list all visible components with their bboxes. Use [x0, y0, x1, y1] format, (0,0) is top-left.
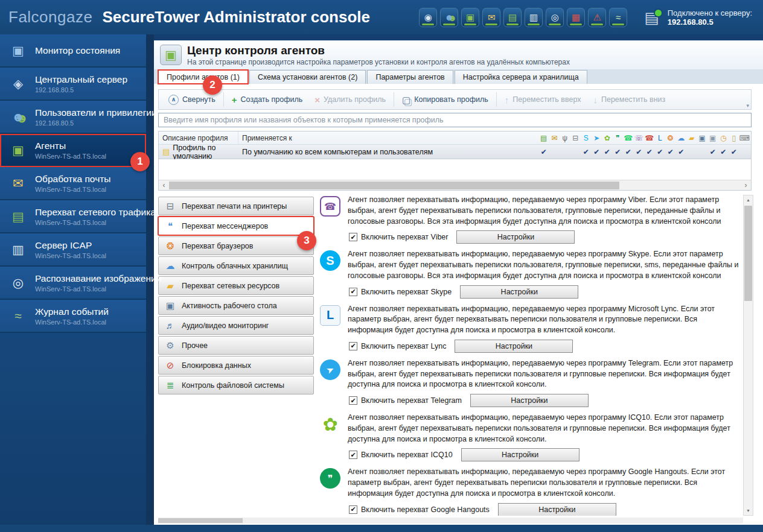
scroll-left-icon[interactable]: ‹ [159, 180, 169, 190]
profile-search-input[interactable] [158, 113, 752, 127]
network-traffic-icon[interactable]: ▤ [503, 8, 522, 27]
scroll-up-icon[interactable]: ▲ [744, 195, 753, 204]
category-data-blocking[interactable]: ⊘Блокировка данных [158, 356, 314, 375]
sidebar-item-image-recognition[interactable]: ◎Распознавание изображенийWinServ-TS-ad.… [0, 267, 146, 300]
tab-server-storage[interactable]: Настройка сервера и хранилища [455, 70, 587, 84]
sidebar-item-label: Пользователи и привилегии [35, 107, 141, 118]
category-file-system-control[interactable]: ≣Контроль файловой системы [158, 376, 314, 394]
messenger-settings-panel: ☎Агент позволяет перехватывать информаци… [314, 195, 743, 516]
sidebar-item-mail-processing[interactable]: ✉Обработка почтыWinServ-TS-ad.TS.local [0, 167, 146, 200]
scroll-right-icon[interactable]: › [741, 180, 751, 190]
toolbar-button-label: Свернуть [182, 95, 215, 104]
settings-horizontal-scroll-thumb[interactable] [158, 518, 243, 523]
enable-icq10-checkbox[interactable]: ✔ [349, 451, 357, 459]
category-audio-video-monitoring[interactable]: ♬Аудио/видео мониторинг [158, 316, 314, 335]
sidebar-item-status-monitor[interactable]: ▣Монитор состояния [0, 34, 146, 68]
toolbar-overflow-icon[interactable]: ▾ [746, 103, 749, 109]
events-journal-icon[interactable]: ≈ [609, 8, 627, 27]
category-cloud-storage-control[interactable]: ☁Контроль облачных хранилищ [158, 256, 314, 275]
reports-icon[interactable]: ▦ [567, 8, 585, 27]
central-server-icon[interactable]: ◉ [419, 8, 437, 27]
enable-skype-checkbox[interactable]: ✔ [349, 288, 357, 296]
data-blocking-icon: ⊘ [164, 361, 176, 370]
check-mark-calls-col-icon: ✔ [644, 148, 655, 156]
worktime-col-icon: ◷ [718, 135, 729, 142]
sidebar-item-events-journal[interactable]: ≈Журнал событийWinServ-TS-ad.TS.local [0, 300, 146, 333]
network-resources-interception-icon: ▰ [164, 281, 176, 290]
sidebar-nav: ▣Монитор состояния◈Центральный сервер192… [0, 34, 146, 525]
enable-telegram-checkbox[interactable]: ✔ [349, 396, 357, 405]
settings-vertical-scrollbar[interactable]: ▲ ▼ [743, 195, 753, 516]
enable-google-hangouts-checkbox[interactable]: ✔ [349, 505, 357, 514]
section-telegram: ➤Агент позволяет перехватывать информаци… [320, 358, 739, 407]
lync-settings-button[interactable]: Настройки [455, 340, 573, 353]
create-profile-button[interactable]: +Создать профиль [226, 92, 309, 107]
image-recognition-icon-glyph: ◎ [551, 12, 559, 23]
netshare-col-icon: ▰ [686, 135, 697, 142]
telegram-settings-button[interactable]: Настройки [470, 394, 589, 407]
mail-processing-icon[interactable]: ✉ [482, 8, 500, 27]
agents-icon: ▣ [9, 144, 27, 156]
enable-viber-checkbox[interactable]: ✔ [349, 233, 357, 241]
messenger-interception-icon: ❝ [164, 221, 176, 230]
sidebar-item-subtitle: WinServ-TS-ad.TS.local [35, 285, 141, 293]
copy-profile-icon: ▢ [402, 95, 410, 104]
delete-profile-button: ×Удалить профиль [308, 92, 392, 107]
sidebar-item-agents[interactable]: ▣АгентыWinServ-TS-ad.TS.local [0, 134, 146, 167]
cloud-storage-control-icon: ☁ [164, 261, 176, 270]
traffic-col-icon: ▤ [538, 135, 549, 142]
usb-col-icon: ψ [560, 135, 570, 142]
viber-settings-button[interactable]: Настройки [456, 230, 575, 244]
copy-profile-button[interactable]: ▢Копировать профиль [396, 92, 494, 107]
traffic-interception-icon: ▤ [9, 210, 27, 223]
category-label: Контроль файловой системы [182, 381, 284, 390]
tab-agent-params[interactable]: Параметры агентов [367, 70, 453, 84]
icq10-settings-button[interactable]: Настройки [461, 448, 579, 461]
sidebar-item-icap-server[interactable]: ▥Сервер ICAPWinServ-TS-ad.TS.local [0, 233, 146, 267]
agents-icon[interactable]: ▣ [461, 8, 479, 27]
column-profile-description[interactable]: Описание профиля [159, 131, 238, 144]
category-network-resources-interception[interactable]: ▰Перехват сетевых ресурсов [158, 276, 314, 295]
sidebar-item-label: Сервер ICAP [35, 240, 106, 251]
category-browser-interception[interactable]: ❂Перехват браузеров [158, 236, 314, 255]
category-printer-interception[interactable]: ⊟Перехват печати на принтеры [158, 197, 314, 215]
tab-install-scheme[interactable]: Схема установки агентов (2) [249, 70, 366, 84]
sidebar-item-label: Центральный сервер [35, 74, 127, 85]
enable-icq10-label: Включить перехват ICQ10 [361, 451, 453, 459]
category-messenger-interception[interactable]: ❝Перехват мессенджеров [158, 217, 314, 235]
users-privileges-icon[interactable]: ☻ [440, 8, 458, 27]
check-mark-hangouts-col-icon: ✔ [613, 148, 624, 156]
google-hangouts-settings-button[interactable]: Настройки [498, 503, 616, 516]
horizontal-scroll-thumb[interactable] [169, 182, 619, 189]
telegram-col-icon: ➤ [592, 135, 602, 142]
mail-col-icon: ✉ [549, 135, 560, 142]
check-mark-browsers-col-icon: ✔ [665, 148, 676, 156]
sidebar-item-users-privileges[interactable]: ☻Пользователи и привилегии192.168.80.5 [0, 101, 146, 134]
sidebar-item-subtitle: 192.168.80.5 [35, 86, 127, 93]
toolbar-button-label: Копировать профиль [414, 95, 488, 104]
agents-icon-glyph: ▣ [466, 12, 474, 23]
image-recognition-icon[interactable]: ◎ [546, 8, 564, 27]
sidebar-item-central-server[interactable]: ◈Центральный сервер192.168.80.5 [0, 68, 146, 101]
toolbar-button-label: Удалить профиль [324, 95, 386, 104]
check-mark-clipboard-col-icon: ✔ [729, 148, 739, 156]
category-other[interactable]: ⚙Прочее [158, 336, 314, 355]
check-mark-cloud-col-icon: ✔ [676, 148, 687, 156]
table-horizontal-scrollbar[interactable]: ‹ › [159, 180, 751, 190]
connection-ip: 192.168.80.5 [668, 17, 752, 27]
sidebar-item-traffic-interception[interactable]: ▤Перехват сетевого трафикаWinServ-TS-ad.… [0, 200, 146, 233]
scroll-down-icon[interactable]: ▼ [744, 506, 753, 515]
skype-settings-button[interactable]: Настройки [460, 285, 578, 299]
enable-lync-checkbox[interactable]: ✔ [349, 342, 357, 350]
vertical-scroll-thumb[interactable] [744, 206, 752, 301]
settings-horizontal-scrollbar[interactable] [158, 518, 743, 524]
security-alerts-icon[interactable]: ⚠ [588, 8, 606, 27]
connection-label: Подключено к серверу: [668, 8, 752, 17]
mail-processing-icon: ✉ [9, 177, 27, 189]
sidebar-item-label: Журнал событий [35, 306, 109, 317]
category-desktop-activity[interactable]: ▣Активность рабочего стола [158, 296, 314, 315]
column-applies-to[interactable]: Применяется к [238, 131, 528, 144]
other-icon: ⚙ [164, 341, 176, 350]
table-row-default-profile[interactable]: ▤ Профиль по умолчанию По умолчанию ко в… [159, 145, 751, 159]
icap-server-icon[interactable]: ▥ [525, 8, 543, 27]
